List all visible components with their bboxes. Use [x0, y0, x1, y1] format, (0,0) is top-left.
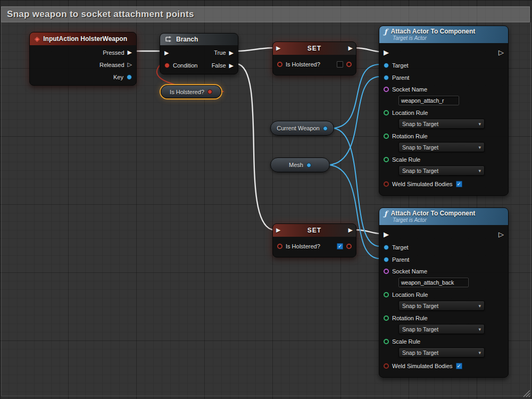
socket-name-pin[interactable]	[384, 269, 389, 274]
pin-label-location-rule: Location Rule	[392, 110, 428, 116]
weld-simulated-bodies-checkbox[interactable]	[456, 363, 462, 369]
pin-label-location-rule: Location Rule	[392, 292, 428, 298]
node-header[interactable]: Branch	[160, 34, 238, 45]
pin-label-rotation-rule: Rotation Rule	[392, 133, 428, 139]
pin-label-socket-name: Socket Name	[392, 268, 427, 275]
is-holstered-output-pin[interactable]	[346, 244, 352, 249]
pin-row-target: Target	[379, 59, 508, 71]
condition-pin[interactable]	[164, 63, 170, 68]
weld-simulated-bodies-pin[interactable]	[384, 363, 389, 369]
is-holstered-checkbox[interactable]	[337, 243, 343, 250]
exec-in-pin[interactable]: ▶	[384, 49, 389, 56]
weld-simulated-bodies-pin[interactable]	[384, 181, 389, 187]
pin-row-key: Key	[30, 71, 136, 83]
node-set-is-holstered-true[interactable]: ▶ SET ▶ Is Holstered?	[272, 223, 356, 257]
rotation-rule-pin[interactable]	[384, 315, 389, 321]
node-header[interactable]: ƒ Attach Actor To Component Target is Ac…	[379, 26, 508, 43]
pin-label-false: False	[212, 62, 226, 69]
node-subtitle: Target is Actor	[379, 217, 508, 225]
exec-in-pin[interactable]: ▶	[384, 231, 389, 238]
location-rule-pin[interactable]	[384, 292, 389, 297]
rotation-rule-dropdown[interactable]: Snap to Target ▾	[398, 142, 485, 152]
pin-row-target: Target	[379, 241, 508, 253]
pin-row-scale-rule: Scale Rule	[379, 336, 508, 347]
dropdown-value: Snap to Target	[402, 121, 438, 127]
pin-label-parent: Parent	[392, 256, 409, 263]
is-holstered-output-pin[interactable]	[207, 89, 212, 94]
node-header[interactable]: ◈ InputAction HolsterWeapon	[30, 32, 136, 45]
exec-out-pin[interactable]: ▷	[498, 49, 504, 56]
exec-out-pin[interactable]: ▷	[498, 231, 504, 238]
variable-getter-mesh[interactable]: Mesh	[270, 157, 330, 172]
scale-rule-dropdown[interactable]: Snap to Target ▾	[398, 347, 485, 358]
socket-name-pin[interactable]	[384, 87, 389, 92]
exec-in-pin[interactable]: ▶	[276, 227, 280, 233]
exec-out-true-pin[interactable]: ▶	[229, 50, 234, 56]
is-holstered-input-pin[interactable]	[277, 244, 282, 249]
pin-row-socket-name: Socket Name	[379, 265, 508, 277]
parent-pin[interactable]	[384, 75, 389, 80]
is-holstered-checkbox[interactable]	[337, 61, 343, 68]
node-attach-actor-to-component-back[interactable]: ƒ Attach Actor To Component Target is Ac…	[379, 207, 509, 378]
current-weapon-output-pin[interactable]	[323, 126, 328, 131]
pin-row-rotation-rule: Rotation Rule	[379, 312, 508, 323]
is-holstered-output-pin[interactable]	[346, 62, 352, 67]
node-set-is-holstered-false[interactable]: ▶ SET ▶ Is Holstered?	[272, 41, 356, 76]
rotation-rule-pin[interactable]	[384, 134, 389, 139]
wire-exec-true-to-set-false[interactable]	[237, 48, 273, 51]
blueprint-graph-canvas[interactable]: Snap weapon to socket attachment points …	[0, 0, 532, 399]
pin-row-is-holstered: Is Holstered?	[273, 56, 356, 73]
resize-grip-icon[interactable]	[523, 390, 530, 397]
target-pin[interactable]	[384, 63, 389, 68]
scale-rule-pin[interactable]	[384, 339, 389, 344]
pin-label-pressed: Pressed	[103, 49, 124, 56]
node-title: Attach Actor To Component	[391, 28, 476, 35]
node-header[interactable]: ▶ SET ▶	[273, 42, 356, 55]
scale-rule-pin[interactable]	[384, 157, 389, 162]
node-header[interactable]: ƒ Attach Actor To Component Target is Ac…	[379, 208, 508, 225]
exec-in-pin[interactable]: ▶	[276, 45, 280, 51]
socket-name-input[interactable]	[398, 278, 469, 287]
exec-out-pressed-pin[interactable]: ▶	[128, 49, 132, 55]
key-pin[interactable]	[127, 74, 132, 80]
pin-label-condition: Condition	[173, 62, 197, 69]
location-rule-pin[interactable]	[384, 110, 389, 115]
exec-out-pin[interactable]: ▶	[348, 45, 353, 51]
pin-label-rotation-rule: Rotation Rule	[392, 315, 428, 321]
wire-exec-false-to-set-true[interactable]	[237, 64, 273, 230]
pin-row-exec: ▶ ▷	[379, 45, 508, 59]
node-event-inputaction-holsterweapon[interactable]: ◈ InputAction HolsterWeapon Pressed ▶ Re…	[29, 32, 137, 86]
wire-exec-set-false-to-attach-right[interactable]	[355, 48, 380, 52]
exec-out-pin[interactable]: ▶	[348, 227, 353, 233]
getter-label: Current Weapon	[277, 125, 320, 131]
mesh-output-pin[interactable]	[306, 163, 311, 168]
target-pin[interactable]	[384, 245, 389, 250]
pin-label-target: Target	[392, 244, 409, 251]
pin-row-weld: Weld Simulated Bodies	[379, 177, 508, 191]
node-branch[interactable]: Branch ▶ True ▶ Condition False ▶	[160, 33, 238, 74]
function-icon: ƒ	[384, 28, 387, 35]
parent-pin[interactable]	[384, 257, 389, 262]
node-attach-actor-to-component-right[interactable]: ƒ Attach Actor To Component Target is Ac…	[379, 26, 509, 196]
variable-getter-is-holstered[interactable]: Is Holstered?	[161, 85, 221, 98]
node-header[interactable]: ▶ SET ▶	[273, 224, 356, 237]
scale-rule-dropdown[interactable]: Snap to Target ▾	[398, 165, 485, 176]
pin-row-scale-rule: Scale Rule	[379, 154, 508, 165]
wire-exec-set-true-to-attach-back[interactable]	[355, 230, 380, 234]
is-holstered-input-pin[interactable]	[277, 62, 282, 67]
variable-getter-current-weapon[interactable]: Current Weapon	[270, 121, 334, 136]
rotation-rule-dropdown[interactable]: Snap to Target ▾	[398, 324, 485, 334]
socket-name-input[interactable]	[398, 96, 459, 105]
pin-label-is-holstered: Is Holstered?	[286, 61, 320, 68]
wire-object-mesh-to-attach-right-parent[interactable]	[329, 77, 380, 165]
exec-out-false-pin[interactable]: ▶	[229, 63, 234, 69]
chevron-down-icon: ▾	[478, 121, 481, 127]
exec-out-released-pin[interactable]: ▷	[128, 62, 132, 68]
location-rule-dropdown[interactable]: Snap to Target ▾	[398, 301, 485, 311]
node-title: SET	[307, 45, 321, 52]
exec-in-pin[interactable]: ▶	[164, 50, 169, 56]
dropdown-value: Snap to Target	[402, 326, 438, 332]
location-rule-dropdown[interactable]: Snap to Target ▾	[398, 119, 485, 129]
chevron-down-icon: ▾	[478, 145, 481, 150]
weld-simulated-bodies-checkbox[interactable]	[456, 181, 462, 187]
